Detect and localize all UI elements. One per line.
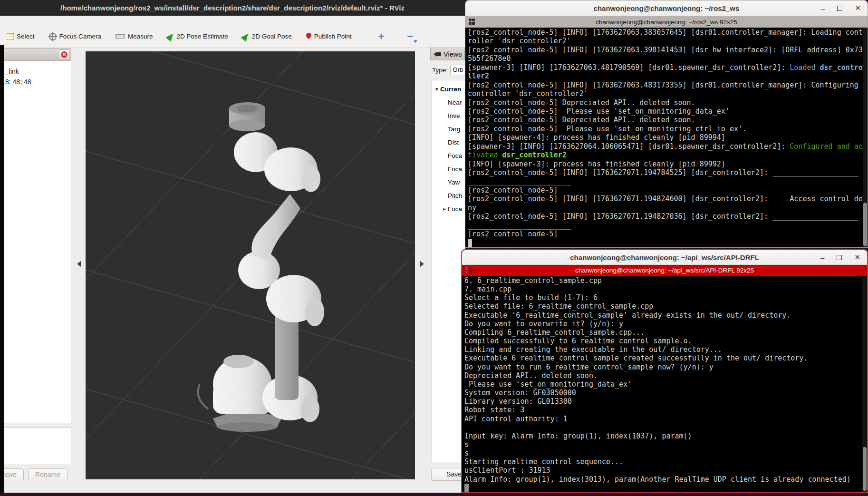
measure-button[interactable]: Measure: [116, 33, 153, 40]
chevron-right-icon[interactable]: ▸: [441, 206, 448, 212]
views-tree-item-label: Yaw: [448, 179, 460, 186]
robot-model: [198, 102, 324, 432]
rename-display-button[interactable]: Rename: [28, 468, 68, 481]
terminal-line: Please use 'set_on_monitoring_data_ex': [464, 380, 862, 389]
focus-camera-button[interactable]: Focus Camera: [49, 33, 102, 40]
displays-description-box: [4, 428, 71, 465]
displays-panel-header[interactable]: ✕: [4, 48, 71, 61]
select-icon: [7, 33, 14, 40]
terminal-line: [INFO] [spawner-4]: process has finished…: [468, 133, 863, 142]
terminal2-scrollbar[interactable]: [862, 278, 867, 492]
view-type-select[interactable]: Orb: [450, 65, 465, 75]
terminal-window-api-drfl[interactable]: chanwonjeong@chanwonjeong: ~/api_ws/src/…: [461, 249, 868, 493]
terminal-line: ny: [468, 204, 863, 212]
minimize-icon[interactable]: –: [820, 253, 824, 262]
terminal2-tabbar[interactable]: chanwonjeong@chanwonjeong: ~/api_ws/src/…: [462, 265, 867, 276]
terminal-line: s: [464, 449, 862, 457]
tile-layout-icon[interactable]: [469, 19, 475, 25]
maximize-icon[interactable]: [837, 6, 842, 11]
left-panel-splitter[interactable]: [71, 48, 86, 481]
views-panel-header[interactable]: Views: [430, 48, 465, 60]
select-tool-button[interactable]: Select: [7, 33, 35, 40]
terminal-window-ros2-ws[interactable]: chanwonjeong@chanwonjeong: ~/ros2_ws – ✕…: [465, 0, 868, 248]
views-tree-item-label: Curren: [440, 86, 461, 93]
green-arrow-icon: [165, 31, 175, 41]
collapse-right-icon[interactable]: [420, 261, 424, 267]
close-icon: ✕: [61, 51, 68, 58]
views-tree-item[interactable]: Yaw: [432, 175, 465, 189]
goal-pose-button[interactable]: 2D Goal Pose: [242, 33, 292, 40]
terminal-line: [ros2_control_node-5] Depreciated API.. …: [468, 98, 863, 107]
save-view-button[interactable]: Save: [431, 468, 465, 481]
views-tree-item[interactable]: Targ: [432, 122, 465, 136]
displays-panel: ✕ _link 8; 48; 48 emove Rename: [4, 48, 71, 481]
terminal2-output[interactable]: 6. 6_realtime_control_sample.cpp7. main.…: [464, 276, 862, 492]
views-tree-item-label: Inve: [448, 112, 460, 119]
views-tree-item[interactable]: ▸Foca: [432, 202, 465, 215]
terminal-line: Linking and creating the executable in t…: [464, 345, 862, 354]
terminal1-titlebar[interactable]: chanwonjeong@chanwonjeong: ~/ros2_ws – ✕: [465, 0, 868, 16]
scrollbar-thumb[interactable]: [863, 203, 867, 246]
views-tree[interactable]: ▾CurrenNearInveTargDistFocaFocaYawPitch▸…: [432, 80, 465, 462]
views-tree-item[interactable]: Dist: [432, 136, 465, 149]
terminal2-tab-title: chanwonjeong@chanwonjeong: ~/api_ws/src/…: [575, 267, 754, 274]
close-icon[interactable]: ✕: [855, 4, 861, 12]
terminal-line: ________________________: [468, 177, 863, 185]
right-panel-splitter[interactable]: [415, 48, 430, 481]
terminal-line: ller2: [468, 72, 863, 80]
terminal1-tabbar[interactable]: chanwonjeong@chanwonjeong: ~/ros2_ws 92x…: [465, 16, 868, 28]
views-tree-item[interactable]: Inve: [432, 109, 465, 122]
panel-close-button[interactable]: ✕: [59, 49, 69, 59]
terminal-line: Starting realtime control sequence...: [464, 457, 862, 466]
fixed-frame-value: _link: [5, 68, 19, 75]
pose-estimate-button[interactable]: 2D Pose Estimate: [167, 33, 228, 40]
terminal-line: [ros2_control_node-5] [INFO] [1763627071…: [468, 168, 863, 177]
collapse-left-icon[interactable]: [77, 261, 81, 267]
terminal-line: [ros2_control_node-5] [INFO] [1763627063…: [468, 81, 863, 89]
terminal-line: Do you want to run 6_realtime_control_sa…: [464, 363, 862, 371]
terminal-line: Do you want to overwrite it? (y/n): y: [464, 320, 862, 328]
add-tool-button[interactable]: +: [378, 33, 385, 40]
terminal-line: s: [464, 440, 862, 449]
rviz-menubar: [0, 16, 465, 25]
publish-point-button[interactable]: Publish Point: [306, 33, 352, 40]
maximize-icon[interactable]: [837, 255, 842, 260]
remove-tool-button[interactable]: −: [407, 33, 413, 40]
views-tree-item[interactable]: Near: [432, 96, 465, 109]
chevron-down-icon[interactable]: ▾: [434, 86, 440, 92]
view-type-label: Type:: [432, 67, 448, 74]
terminal-line: Executable 6_realtime_control_sample cre…: [464, 354, 862, 362]
terminal-line: [INFO] [spawner-3]: process has finished…: [468, 160, 863, 168]
chevron-down-icon: [414, 40, 417, 43]
displays-property-tree[interactable]: _link 8; 48; 48: [4, 61, 71, 423]
scrollbar-thumb[interactable]: [863, 447, 867, 491]
views-tree-item-label: Pitch: [448, 192, 462, 199]
views-tree-item[interactable]: Pitch: [432, 189, 465, 202]
views-tree-item[interactable]: Foca: [432, 162, 465, 175]
terminal1-scrollbar[interactable]: [863, 28, 868, 247]
views-tree-item-label: Dist: [448, 139, 459, 146]
background-color-value: 8; 48; 48: [5, 78, 31, 86]
terminal2-titlebar[interactable]: chanwonjeong@chanwonjeong: ~/api_ws/src/…: [462, 250, 867, 265]
terminal-line: [ros2_control_node-5] [INFO] [1763627071…: [468, 195, 863, 203]
terminal-line: Alarm Info: group(1), index(3013), param…: [464, 475, 862, 484]
terminal-line: [spawner-3] [INFO] [1763627064.106065471…: [468, 142, 863, 151]
close-icon[interactable]: ✕: [854, 253, 860, 262]
terminal1-output[interactable]: [ros2_control_node-5] [INFO] [1763627063…: [468, 28, 863, 247]
camera-icon: [434, 52, 441, 57]
views-tree-item[interactable]: Foca: [432, 149, 465, 162]
minimize-icon[interactable]: –: [821, 4, 825, 12]
rviz-3d-viewport[interactable]: [86, 51, 415, 479]
terminal-line: [ros2_control_node-5] Please use 'set_on…: [468, 125, 863, 133]
tile-layout-icon[interactable]: [465, 267, 472, 274]
views-tree-item-label: Near: [448, 99, 462, 106]
measure-label: Measure: [128, 33, 153, 40]
viewport-scene: [86, 51, 415, 479]
views-tree-item[interactable]: ▾Curren: [432, 82, 465, 96]
terminal-line: [ros2_control_node-5]: [468, 230, 863, 238]
terminal-line: ________________________: [468, 221, 863, 230]
views-panel-title: Views: [444, 50, 462, 58]
focus-camera-icon: [49, 33, 57, 40]
terminal-line: Robot state: 3: [464, 406, 862, 414]
terminal-line: [468, 239, 863, 247]
